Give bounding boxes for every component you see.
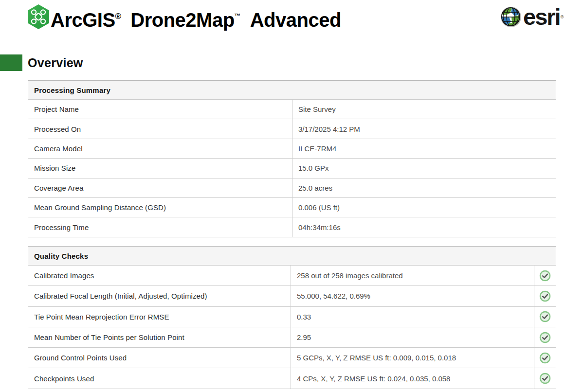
table-row: Processing Time 04h:34m:16s <box>28 217 556 236</box>
pass-check-icon <box>539 311 551 322</box>
row-value: 0.006 (US ft) <box>292 198 556 217</box>
table-row: Calibrated Focal Length (Initial, Adjust… <box>28 285 556 306</box>
drone2map-app-icon <box>27 4 50 30</box>
table-row: Mean Number of Tie Points per Solution P… <box>28 327 556 347</box>
pass-check-icon <box>539 352 551 364</box>
title-product-name: Drone2Map <box>130 9 234 31</box>
table-row: Processed On 3/17/2025 4:12 PM <box>28 119 556 138</box>
row-value: 04h:34m:16s <box>292 217 556 236</box>
row-label: Mission Size <box>28 159 292 178</box>
row-label: Ground Control Points Used <box>28 348 291 368</box>
row-status-cell <box>534 266 556 285</box>
title-edition: Advanced <box>250 9 341 31</box>
row-label: Processed On <box>28 119 292 138</box>
row-status-cell <box>534 307 556 327</box>
row-value: 0.33 <box>291 307 534 327</box>
row-value: 3/17/2025 4:12 PM <box>292 119 556 138</box>
row-value: 5 GCPs, X, Y, Z RMSE US ft: 0.009, 0.015… <box>291 348 534 368</box>
row-label: Processing Time <box>28 217 292 236</box>
row-value: 4 CPs, X, Y, Z RMSE US ft: 0.024, 0.035,… <box>291 368 534 388</box>
pass-check-icon <box>539 373 551 384</box>
table-row: Camera Model ILCE-7RM4 <box>28 139 556 158</box>
processing-summary-table: Processing Summary Project Name Site Sur… <box>28 80 556 237</box>
row-value: 258 out of 258 images calibrated <box>291 266 534 285</box>
esri-registered-mark: ® <box>561 15 564 19</box>
pass-check-icon <box>539 290 551 302</box>
row-value: 25.0 acres <box>292 178 556 197</box>
row-label: Project Name <box>28 100 292 119</box>
row-label: Checkpoints Used <box>28 368 291 388</box>
row-status-cell <box>534 348 556 368</box>
row-value: 2.95 <box>291 327 534 347</box>
esri-logo: esri ® <box>500 6 564 28</box>
esri-globe-icon <box>500 6 522 28</box>
row-label: Tie Point Mean Reprojection Error RMSE <box>28 307 291 327</box>
registered-mark: ® <box>115 12 121 21</box>
report-header: ArcGIS® Drone2Map™ Advanced <box>0 0 584 39</box>
table-row: Ground Control Points Used 5 GCPs, X, Y,… <box>28 347 556 368</box>
pass-check-icon <box>539 332 551 343</box>
table-row: Mission Size 15.0 GPx <box>28 158 556 178</box>
title-app-name: ArcGIS <box>51 9 115 31</box>
section-title-overview: Overview <box>28 54 83 71</box>
row-value: ILCE-7RM4 <box>292 139 556 158</box>
table-row: Calibrated Images 258 out of 258 images … <box>28 265 556 285</box>
processing-summary-header: Processing Summary <box>28 81 556 99</box>
table-row: Mean Ground Sampling Distance (GSD) 0.00… <box>28 197 556 217</box>
trademark-mark: ™ <box>235 12 241 19</box>
table-row: Tie Point Mean Reprojection Error RMSE 0… <box>28 306 556 327</box>
row-label: Mean Number of Tie Points per Solution P… <box>28 327 291 347</box>
section-accent-bar <box>0 54 22 71</box>
row-label: Camera Model <box>28 139 292 158</box>
quality-checks-table: Quality Checks Calibrated Images 258 out… <box>28 246 556 389</box>
table-row: Checkpoints Used 4 CPs, X, Y, Z RMSE US … <box>28 368 556 388</box>
quality-checks-header: Quality Checks <box>28 247 556 265</box>
row-status-cell <box>534 286 556 306</box>
row-label: Coverage Area <box>28 178 292 197</box>
page-title: ArcGIS® Drone2Map™ Advanced <box>51 3 341 29</box>
table-row: Project Name Site Survey <box>28 99 556 119</box>
row-value: 55.000, 54.622, 0.69% <box>291 286 534 306</box>
row-status-cell <box>534 327 556 347</box>
row-label: Calibrated Focal Length (Initial, Adjust… <box>28 286 291 306</box>
row-value: Site Survey <box>292 100 556 119</box>
row-value: 15.0 GPx <box>292 159 556 178</box>
row-label: Calibrated Images <box>28 266 291 285</box>
pass-check-icon <box>539 270 551 282</box>
table-row: Coverage Area 25.0 acres <box>28 178 556 197</box>
row-status-cell <box>534 368 556 388</box>
row-label: Mean Ground Sampling Distance (GSD) <box>28 198 292 217</box>
esri-logo-text: esri <box>523 7 560 27</box>
